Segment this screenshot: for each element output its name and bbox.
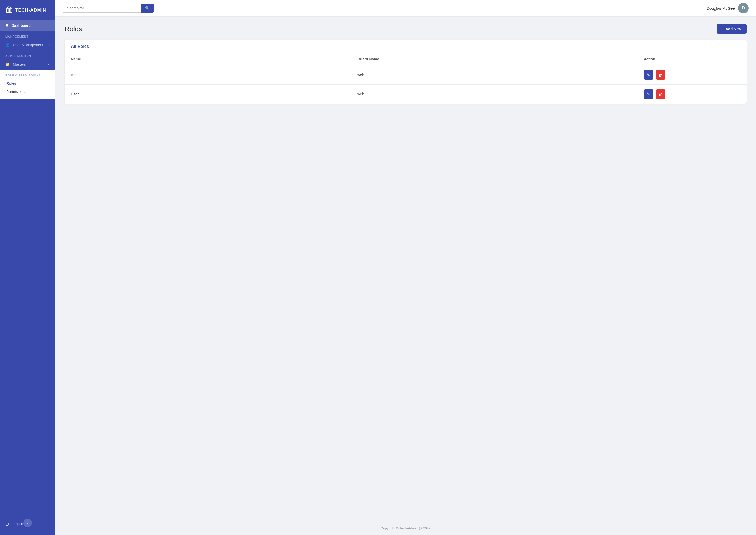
cell-guard-name: web [351, 85, 637, 104]
cell-guard-name: web [351, 65, 637, 85]
col-header-guard: Guard Name [351, 53, 637, 65]
sidebar-item-dashboard[interactable]: ⊞ Dashboard [0, 20, 55, 31]
topbar-username: Douglas McGee [707, 6, 735, 11]
user-management-icon: 👤 [5, 43, 10, 47]
delete-icon: 🗑 [659, 92, 662, 97]
edit-button[interactable]: ✎ [644, 70, 653, 80]
search-icon: 🔍 [145, 6, 150, 11]
app-name: TECH-ADMIN [15, 8, 46, 13]
delete-icon: 🗑 [659, 73, 662, 77]
cell-name: User [65, 85, 351, 104]
topbar: 🔍 Douglas McGee D [55, 0, 756, 16]
sidebar-nav: ⊞ Dashboard Management 👤 User Management… [0, 20, 55, 516]
footer: Copyright © Tech-Admin @ 2022 [55, 521, 756, 535]
logout-label: Logout [12, 522, 23, 526]
cell-action: ✎ 🗑 [637, 65, 746, 85]
action-buttons: ✎ 🗑 [644, 89, 740, 99]
sidebar-item-permissions[interactable]: Permissions [0, 88, 55, 96]
footer-text: Copyright © Tech-Admin @ 2022 [381, 526, 431, 530]
roles-card: All Roles Name Guard Name Action Admin w… [65, 40, 746, 103]
page-title: Roles [65, 25, 82, 33]
search-input[interactable] [63, 4, 141, 13]
roles-table: Name Guard Name Action Admin web ✎ 🗑 [65, 53, 746, 103]
sidebar-item-user-management[interactable]: 👤 User Management › [0, 40, 55, 50]
sidebar-masters-label: Masters [13, 62, 26, 67]
chevron-down-icon: ∨ [47, 63, 50, 66]
search-wrapper: 🔍 [63, 4, 154, 13]
add-new-label: Add New [725, 27, 741, 31]
page-header: Roles + Add New [65, 24, 746, 34]
edit-icon: ✎ [647, 92, 650, 97]
edit-button[interactable]: ✎ [644, 89, 653, 99]
page-content: Roles + Add New All Roles Name Guard Nam… [55, 16, 756, 521]
table-row: User web ✎ 🗑 [65, 85, 746, 104]
delete-button[interactable]: 🗑 [656, 70, 665, 80]
sidebar-dashboard-label: Dashboard [12, 23, 31, 28]
col-header-name: Name [65, 53, 351, 65]
logout-icon: ⏻ [5, 522, 9, 526]
delete-button[interactable]: 🗑 [656, 89, 665, 99]
masters-icon: 📁 [5, 62, 10, 67]
sidebar-section-management: Management [0, 31, 55, 40]
search-button[interactable]: 🔍 [141, 4, 154, 13]
sidebar-item-roles[interactable]: Roles [0, 79, 55, 88]
chevron-right-icon: › [49, 43, 50, 47]
sidebar-logo: 🏛 TECH-ADMIN [0, 0, 55, 20]
action-buttons: ✎ 🗑 [644, 70, 740, 80]
card-header: All Roles [65, 40, 746, 53]
card-title: All Roles [71, 44, 89, 49]
logo-icon: 🏛 [5, 6, 13, 14]
avatar: D [738, 3, 749, 14]
dashboard-icon: ⊞ [5, 23, 9, 28]
main-area: 🔍 Douglas McGee D Roles + Add New All Ro… [55, 0, 756, 535]
permissions-label: Permissions [6, 90, 26, 94]
sidebar: 🏛 TECH-ADMIN ⊞ Dashboard Management 👤 Us… [0, 0, 55, 535]
edit-icon: ✎ [647, 72, 650, 77]
sidebar-submenu-masters: Role & Permissions Roles Permissions [0, 70, 55, 99]
sidebar-item-masters[interactable]: 📁 Masters ∨ [0, 59, 55, 70]
table-row: Admin web ✎ 🗑 [65, 65, 746, 85]
plus-icon: + [722, 27, 724, 31]
add-new-button[interactable]: + Add New [716, 24, 746, 34]
topbar-right: Douglas McGee D [707, 3, 749, 14]
roles-label: Roles [6, 81, 16, 85]
cell-action: ✎ 🗑 [637, 85, 746, 104]
cell-name: Admin [65, 65, 351, 85]
sidebar-collapse-button[interactable]: ‹ [23, 519, 32, 527]
sidebar-section-admin: Admin Section [0, 50, 55, 59]
submenu-section-role-permissions: Role & Permissions [0, 73, 55, 79]
sidebar-user-management-label: User Management [13, 43, 43, 47]
sidebar-bottom: ⏻ Logout ‹ [0, 516, 55, 535]
table-header-row: Name Guard Name Action [65, 53, 746, 65]
col-header-action: Action [637, 53, 746, 65]
